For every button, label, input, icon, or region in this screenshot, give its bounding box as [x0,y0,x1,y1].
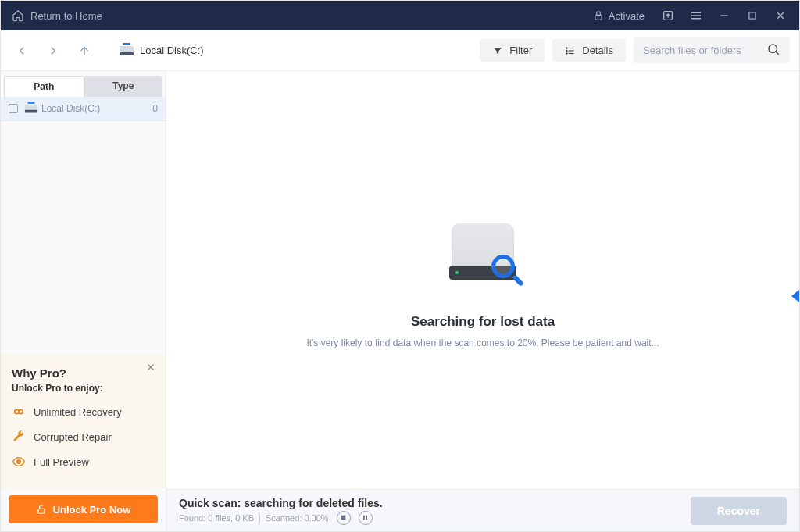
scan-title: Searching for lost data [411,314,555,330]
pro-close-button[interactable] [144,360,158,374]
menu-icon[interactable] [684,3,709,28]
magnifier-icon [491,255,524,287]
minimize-button[interactable] [712,3,737,28]
tree-item[interactable]: Local Disk(C:) 0 [1,97,166,121]
status-bar: Quick scan: searching for deleted files.… [166,489,799,531]
svg-rect-21 [341,516,346,520]
scanned-text: Scanned: 0.00% [266,513,329,523]
pro-subtitle: Unlock Pro to enjoy: [12,383,155,394]
breadcrumb: Local Disk(C:) [120,45,204,56]
tree-item-count: 0 [152,103,158,114]
search-input[interactable] [643,45,762,56]
lock-icon [593,10,604,21]
activate-label: Activate [609,10,645,22]
pro-feature: Full Preview [12,455,155,469]
scan-status-title: Quick scan: searching for deleted files. [179,497,383,509]
details-button[interactable]: Details [552,39,626,62]
eye-icon [12,455,26,469]
wrench-icon [12,430,26,444]
svg-point-15 [769,45,777,53]
tab-type[interactable]: Type [84,76,163,97]
upload-icon[interactable] [655,3,680,28]
svg-rect-23 [366,516,367,520]
svg-point-12 [566,47,567,48]
found-text: Found: 0 files, 0 KB [179,513,254,523]
svg-rect-6 [749,12,755,19]
recover-button[interactable]: Recover [691,497,787,525]
pro-feature-label: Corrupted Repair [34,431,112,443]
unlock-pro-label: Unlock Pro Now [53,504,131,516]
svg-rect-0 [595,15,602,20]
svg-line-16 [776,52,779,55]
sidebar: Path Type Local Disk(C:) 0 Why Pro? Unlo… [1,71,166,531]
pro-feature: Corrupted Repair [12,430,155,444]
location-text: Local Disk(C:) [140,45,204,56]
svg-rect-22 [363,516,365,520]
filter-button[interactable]: Filter [480,39,545,62]
stop-scan-button[interactable] [337,511,351,525]
svg-point-19 [17,460,21,464]
pro-title: Why Pro? [12,366,155,380]
search-icon[interactable] [766,42,780,59]
up-button[interactable] [76,42,93,59]
maximize-button[interactable] [740,3,765,28]
details-label: Details [582,45,613,56]
pro-feature: Unlimited Recovery [12,405,155,419]
scan-stats: Found: 0 files, 0 KB | Scanned: 0.00% [179,511,383,525]
unlock-pro-button[interactable]: Unlock Pro Now [9,495,158,523]
filter-label: Filter [509,45,532,56]
unlock-icon [36,504,47,515]
search-box[interactable] [634,37,790,63]
tab-path[interactable]: Path [4,76,84,97]
return-home-link[interactable]: Return to Home [30,10,102,22]
sidebar-tabs: Path Type [4,76,162,97]
infinity-icon [12,405,26,419]
file-tree: Local Disk(C:) 0 [1,97,166,121]
forward-button[interactable] [45,42,62,59]
pro-feature-label: Full Preview [34,456,89,468]
scan-illustration [448,223,518,283]
svg-point-14 [566,52,567,53]
close-button[interactable] [768,3,793,28]
back-button[interactable] [13,42,30,59]
disk-icon [120,46,134,55]
filter-icon [492,45,503,56]
disk-icon [25,105,38,113]
tree-item-label: Local Disk(C:) [41,103,152,114]
activate-button[interactable]: Activate [585,10,652,22]
pro-panel: Why Pro? Unlock Pro to enjoy: Unlimited … [1,354,166,489]
content-area: Searching for lost data It's very likely… [166,71,799,531]
pause-scan-button[interactable] [359,511,373,525]
scan-subtitle: It's very likely to find data when the s… [306,337,659,348]
toolbar: Local Disk(C:) Filter Details [1,30,799,71]
home-icon [12,9,24,22]
titlebar: Return to Home Activate [1,1,799,30]
pro-feature-label: Unlimited Recovery [34,406,122,418]
svg-rect-20 [38,509,45,513]
svg-point-13 [566,50,567,51]
tree-checkbox[interactable] [9,104,18,113]
list-icon [565,45,576,56]
expand-right-arrow[interactable] [791,290,799,302]
